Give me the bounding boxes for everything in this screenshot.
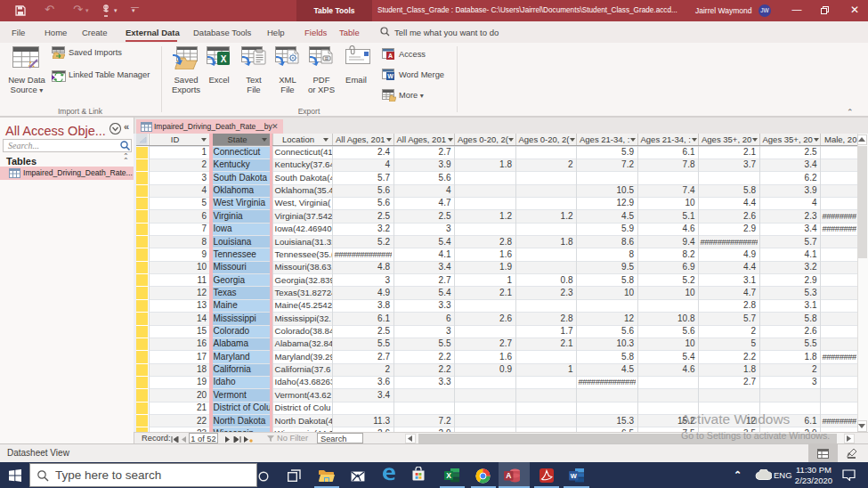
svg-text:A: A	[388, 53, 393, 59]
svg-text:A: A	[506, 471, 511, 480]
svg-text:X: X	[446, 471, 451, 480]
svg-text:W: W	[387, 73, 393, 79]
svg-text:X: X	[221, 54, 227, 64]
svg-text:W: W	[571, 472, 578, 480]
svg-text:▤: ▤	[325, 56, 329, 61]
